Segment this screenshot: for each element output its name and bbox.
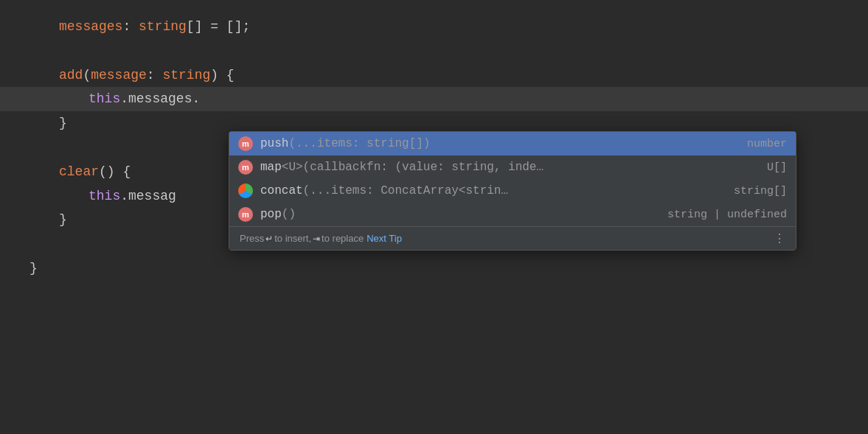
more-options-icon[interactable]: ⋮ (774, 231, 785, 245)
token: .messages. (120, 88, 200, 110)
token: string (162, 65, 210, 86)
token: : (147, 65, 163, 86)
token: } (59, 113, 67, 134)
token: } (29, 258, 38, 279)
token: message (91, 65, 147, 86)
method-icon-concat (238, 183, 253, 198)
autocomplete-label-push: push(...items: string[]) (260, 137, 676, 150)
footer-insert-text: to insert, (274, 233, 311, 244)
token: } (59, 209, 67, 231)
autocomplete-label-pop: pop() (260, 208, 660, 221)
autocomplete-type-push: number (684, 138, 787, 150)
autocomplete-item-concat[interactable]: concat(...items: ConcatArray<strin… stri… (229, 179, 796, 203)
token: messages (59, 16, 122, 38)
code-line-blank-1 (0, 39, 868, 63)
autocomplete-item-map[interactable]: m map<U>(callbackfn: (value: string, ind… (229, 155, 796, 179)
autocomplete-type-map: U[] (684, 161, 787, 174)
token: this (88, 88, 120, 110)
autocomplete-type-concat: string[] (684, 185, 787, 197)
code-line-1: messages: string[] = []; (0, 15, 868, 39)
autocomplete-item-push[interactable]: m push(...items: string[]) number (229, 132, 796, 155)
autocomplete-popup: m push(...items: string[]) number m map<… (229, 131, 796, 251)
token: [] = []; (187, 16, 250, 38)
token: .messag (120, 186, 176, 207)
method-icon-map: m (238, 160, 253, 175)
token: () { (99, 161, 131, 183)
footer-replace-key: ⇥ (313, 234, 320, 244)
token: add (59, 65, 83, 86)
token: ( (83, 65, 91, 86)
footer-press-label: Press (240, 233, 264, 244)
code-line-11: } (0, 256, 868, 281)
token: this (88, 186, 120, 207)
method-icon-push: m (238, 136, 253, 151)
token: string (139, 16, 187, 38)
token: ) { (210, 65, 234, 86)
token: : (122, 16, 139, 38)
autocomplete-label-map: map<U>(callbackfn: (value: string, inde… (260, 161, 676, 174)
footer-replace-text: to replace (322, 233, 364, 244)
code-editor: messages: string[] = []; add(message: st… (0, 0, 868, 434)
autocomplete-label-concat: concat(...items: ConcatArray<strin… (260, 184, 676, 197)
token: clear (59, 161, 99, 183)
footer-next-tip[interactable]: Next Tip (367, 233, 402, 244)
autocomplete-footer: Press ↵ to insert, ⇥ to replace Next Tip… (229, 226, 796, 250)
autocomplete-type-pop: string | undefined (667, 209, 787, 221)
autocomplete-item-pop[interactable]: m pop() string | undefined (229, 203, 796, 226)
code-line-3: add(message: string) { (0, 63, 868, 88)
method-icon-pop: m (238, 207, 253, 222)
footer-insert-key: ↵ (265, 234, 273, 244)
code-line-4: this.messages. (0, 87, 868, 111)
